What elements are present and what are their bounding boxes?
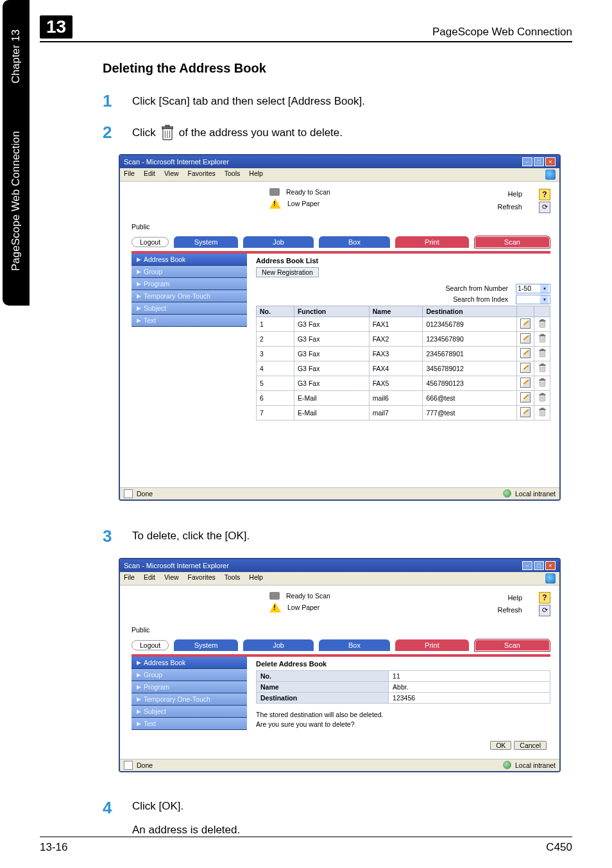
delete-msg1: The stored destination will also be dele… — [256, 710, 550, 720]
cell-destination: 3456789012 — [423, 361, 517, 376]
tab-job[interactable]: Job — [243, 639, 314, 651]
sidebar-item-subject[interactable]: ▶Subject — [132, 302, 247, 315]
minimize-icon[interactable]: – — [522, 561, 532, 570]
menu-edit[interactable]: Edit — [144, 169, 155, 180]
trash-icon[interactable] — [538, 363, 547, 372]
status-done: Done — [137, 490, 153, 498]
cell-destination: 1234567890 — [423, 331, 517, 346]
tab-system[interactable]: System — [174, 639, 238, 651]
cell-name: FAX2 — [369, 331, 423, 346]
status-zone: Local intranet — [515, 761, 556, 769]
sidebar-item-group[interactable]: ▶Group — [132, 669, 247, 681]
tab-scan[interactable]: Scan — [474, 639, 550, 652]
sidebar-item-temporary[interactable]: ▶Temporary One-Touch — [132, 290, 247, 302]
logout-button[interactable]: Logout — [132, 237, 169, 247]
logout-button[interactable]: Logout — [132, 640, 169, 650]
trash-icon[interactable] — [538, 334, 547, 343]
edit-icon[interactable] — [520, 348, 531, 358]
sidebar-label-temporary: Temporary One-Touch — [144, 695, 210, 703]
browser-menubar: File Edit View Favorites Tools Help — [120, 572, 559, 586]
refresh-icon[interactable]: ⟳ — [539, 605, 550, 616]
window-title: Scan - Microsoft Internet Explorer — [124, 158, 229, 166]
delete-dest-value: 123456 — [389, 693, 550, 704]
menu-view[interactable]: View — [164, 169, 179, 180]
refresh-label: Refresh — [497, 604, 522, 617]
minimize-icon[interactable]: – — [522, 157, 532, 166]
trash-icon[interactable] — [538, 393, 547, 402]
edit-icon[interactable] — [520, 363, 531, 373]
menu-tools[interactable]: Tools — [225, 169, 241, 180]
maximize-icon[interactable]: □ — [534, 157, 544, 166]
menu-help[interactable]: Help — [249, 573, 263, 584]
step-4-line1: Click [OK]. — [132, 798, 240, 815]
tab-scan[interactable]: Scan — [474, 236, 550, 248]
trash-icon[interactable] — [538, 378, 547, 387]
menu-file[interactable]: File — [124, 573, 135, 584]
sidebar-label-text: Text — [144, 720, 156, 727]
window-title: Scan - Microsoft Internet Explorer — [124, 562, 229, 569]
menu-file[interactable]: File — [124, 169, 135, 180]
svg-rect-26 — [541, 363, 543, 364]
sidebar-item-group[interactable]: ▶Group — [132, 266, 247, 278]
col-no: No. — [257, 306, 294, 317]
refresh-icon[interactable]: ⟳ — [539, 202, 550, 213]
window-titlebar: Scan - Microsoft Internet Explorer – □ × — [120, 559, 559, 572]
step-3-text: To delete, click the [OK]. — [132, 528, 250, 544]
step-3: 3 To delete, click the [OK]. — [103, 526, 567, 546]
step-4-number: 4 — [103, 798, 113, 818]
status-zone: Local intranet — [515, 490, 556, 498]
sidebar-item-addressbook[interactable]: ▶Address Book — [132, 657, 247, 669]
edit-icon[interactable] — [520, 392, 531, 403]
tab-print[interactable]: Print — [395, 639, 469, 651]
menu-help[interactable]: Help — [249, 169, 263, 180]
sidebar-item-addressbook[interactable]: ▶Address Book — [132, 254, 247, 266]
footer-pagenum: 13-16 — [40, 841, 67, 854]
table-row: 6E-Mailmail6666@test — [257, 390, 550, 405]
sidebar-item-program[interactable]: ▶Program — [132, 681, 247, 693]
trash-icon[interactable] — [538, 408, 547, 417]
sidebar-item-temporary[interactable]: ▶Temporary One-Touch — [132, 693, 247, 706]
trash-icon[interactable] — [538, 319, 547, 328]
sidebar-label-subject: Subject — [144, 304, 166, 312]
search-number-select[interactable]: 1-50 ▾ — [516, 284, 550, 293]
menu-view[interactable]: View — [164, 573, 179, 584]
edit-icon[interactable] — [520, 333, 531, 343]
help-icon[interactable]: ? — [539, 592, 550, 603]
cell-function: G3 Fax — [294, 331, 369, 346]
search-index-select[interactable]: ▾ — [516, 295, 550, 304]
sidebar-item-text[interactable]: ▶Text — [132, 718, 247, 730]
step-4: 4 Click [OK]. An address is deleted. — [103, 798, 567, 838]
svg-rect-8 — [541, 319, 543, 320]
tab-job[interactable]: Job — [243, 236, 314, 248]
menu-favorites[interactable]: Favorites — [188, 573, 216, 584]
menu-tools[interactable]: Tools — [225, 573, 241, 584]
sidebar-item-subject[interactable]: ▶Subject — [132, 706, 247, 718]
tab-system[interactable]: System — [174, 236, 238, 248]
address-book-table: No. Function Name Destination 1G3 FaxFAX… — [256, 306, 550, 421]
edit-icon[interactable] — [520, 318, 531, 329]
menu-favorites[interactable]: Favorites — [188, 169, 216, 180]
search-number-value: 1-50 — [518, 284, 531, 292]
sidebar-item-program[interactable]: ▶Program — [132, 278, 247, 290]
ok-button[interactable]: OK — [490, 741, 511, 750]
maximize-icon[interactable]: □ — [534, 561, 544, 570]
page-header-title: PageScope Web Connection — [432, 26, 572, 39]
footer-model: C450 — [546, 841, 572, 854]
step-3-number: 3 — [103, 526, 113, 546]
sidebar-label-addressbook: Address Book — [144, 256, 185, 263]
sidebar-item-text[interactable]: ▶Text — [132, 315, 247, 327]
close-icon[interactable]: × — [545, 157, 556, 166]
tab-box[interactable]: Box — [319, 236, 390, 248]
cancel-button[interactable]: Cancel — [514, 741, 547, 750]
tab-box[interactable]: Box — [319, 639, 390, 651]
ie-logo-icon — [545, 573, 556, 584]
edit-icon[interactable] — [520, 378, 531, 388]
trash-icon[interactable] — [538, 349, 547, 358]
cell-destination: 4567890123 — [423, 376, 517, 390]
edit-icon[interactable] — [520, 407, 531, 417]
menu-edit[interactable]: Edit — [144, 573, 155, 584]
tab-print[interactable]: Print — [395, 236, 469, 248]
new-registration-button[interactable]: New Registration — [256, 267, 319, 277]
help-icon[interactable]: ? — [539, 189, 550, 200]
close-icon[interactable]: × — [545, 561, 556, 570]
